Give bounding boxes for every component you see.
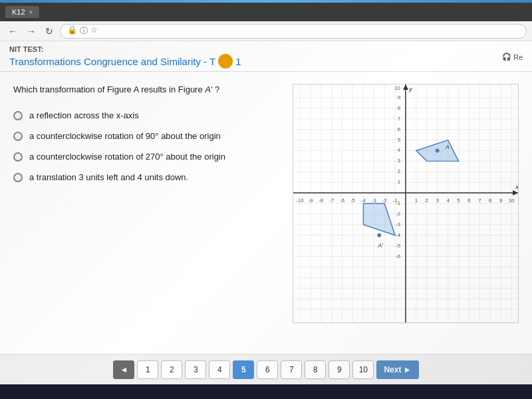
svg-text:-6: -6 [396,253,401,259]
svg-text:8: 8 [489,198,492,203]
next-button[interactable]: Next ► [376,360,418,379]
pagination-bar: ◄ 1 2 3 4 5 6 7 8 9 10 Next ► [0,354,532,384]
svg-text:4: 4 [398,147,401,153]
svg-text:9: 9 [499,198,503,203]
radio-d[interactable] [13,173,23,182]
graph-area: -1 -2 -3 -4 -5 -6 -7 -8 -9 -10 1 2 3 4 5… [293,84,519,344]
svg-text:-6: -6 [340,198,345,203]
info-icon: ⓘ [80,25,88,37]
question-left: Which transformation of Figure A results… [13,84,279,344]
option-b-text: a counterclockwise rotation of 90° about… [29,131,221,141]
figure-a-prime-label: A' [377,242,383,249]
unit-header: NIT TEST: Transformations Congruence and… [0,41,532,72]
radio-c[interactable] [13,152,23,162]
svg-text:10: 10 [509,198,515,203]
svg-text:7: 7 [478,198,481,203]
svg-text:3: 3 [436,198,440,203]
figure-a-point [436,148,440,152]
svg-text:2: 2 [398,168,401,174]
title-suffix: 1 [235,56,241,67]
nav-bar: ← → ↻ 🔒 ⓘ ☆ [0,21,532,41]
options-list: a reflection across the x-axis a counter… [13,110,279,182]
test-number-badge: 🔆 [218,54,233,68]
forward-button[interactable]: → [24,25,39,38]
svg-text:8: 8 [398,105,401,111]
unit-label: NIT TEST: [9,45,241,53]
re-button[interactable]: 🎧 Re [502,53,523,61]
svg-text:-3: -3 [372,198,377,203]
svg-text:-4: -4 [396,232,401,238]
address-bar[interactable]: 🔒 ⓘ ☆ [60,24,527,39]
svg-text:-8: -8 [319,198,324,203]
page-1-button[interactable]: 1 [137,360,158,379]
re-icon: 🎧 [502,53,511,61]
svg-text:-5: -5 [350,198,356,203]
page-9-button[interactable]: 9 [329,360,350,379]
page-7-button[interactable]: 7 [281,360,302,379]
re-label: Re [513,53,523,61]
svg-text:9: 9 [398,94,401,100]
option-a[interactable]: a reflection across the x-axis [13,110,279,120]
svg-text:10: 10 [394,85,400,91]
browser-tab[interactable]: K12 × [5,6,39,18]
prev-page-button[interactable]: ◄ [113,360,134,379]
svg-text:2: 2 [426,198,429,203]
unit-title: Transformations Congruence and Similarit… [9,54,241,68]
radio-a[interactable] [13,111,23,120]
option-c-text: a counterclockwise rotation of 270° abou… [29,152,225,162]
page-2-button[interactable]: 2 [161,360,182,379]
tab-close-button[interactable]: × [29,9,33,16]
svg-text:6: 6 [467,198,471,203]
option-d[interactable]: a translation 3 units left and 4 units d… [13,172,279,182]
page-content: NIT TEST: Transformations Congruence and… [0,41,532,384]
page-4-button[interactable]: 4 [209,360,230,379]
figure-a-prime-point [377,233,381,237]
page-6-button[interactable]: 6 [257,360,278,379]
svg-text:-10: -10 [296,198,304,203]
browser-chrome: K12 × [0,3,532,21]
svg-text:5: 5 [457,198,460,203]
question-text: Which transformation of Figure A results… [13,84,279,96]
figure-a-label: A [445,144,450,150]
back-button[interactable]: ← [5,25,20,38]
question-area: Which transformation of Figure A results… [0,72,532,351]
svg-text:1: 1 [415,198,418,203]
svg-text:4: 4 [446,198,450,203]
tab-label: K12 [12,8,25,16]
svg-text:6: 6 [398,126,401,132]
svg-text:-2: -2 [396,211,401,217]
svg-text:x: x [515,183,518,190]
svg-text:-5: -5 [396,243,401,249]
svg-text:7: 7 [398,116,401,122]
radio-b[interactable] [13,132,23,141]
svg-text:1: 1 [398,179,401,185]
coordinate-graph: -1 -2 -3 -4 -5 -6 -7 -8 -9 -10 1 2 3 4 5… [293,84,518,323]
option-a-text: a reflection across the x-axis [29,110,139,120]
option-d-text: a translation 3 units left and 4 units d… [29,172,188,182]
svg-text:-4: -4 [361,198,366,203]
svg-text:y: y [408,85,413,92]
svg-text:-9: -9 [308,198,313,203]
svg-text:-1: -1 [396,200,401,206]
title-prefix: Transformations Congruence and Similarit… [9,56,215,67]
lock-icon: 🔒 [67,25,77,37]
page-8-button[interactable]: 8 [305,360,326,379]
svg-text:-3: -3 [396,221,401,227]
page-3-button[interactable]: 3 [185,360,206,379]
option-c[interactable]: a counterclockwise rotation of 270° abou… [13,152,279,162]
address-icons: 🔒 ⓘ ☆ [67,25,98,37]
page-5-button[interactable]: 5 [233,360,254,379]
page-10-button[interactable]: 10 [352,360,374,379]
option-b[interactable]: a counterclockwise rotation of 90° about… [13,131,279,141]
svg-text:-7: -7 [329,198,334,203]
svg-text:5: 5 [398,137,401,143]
graph-container: -1 -2 -3 -4 -5 -6 -7 -8 -9 -10 1 2 3 4 5… [293,84,519,323]
bookmark-icon: ☆ [90,25,98,37]
svg-text:-2: -2 [382,198,388,203]
reload-button[interactable]: ↻ [43,25,56,38]
svg-text:3: 3 [398,158,401,164]
